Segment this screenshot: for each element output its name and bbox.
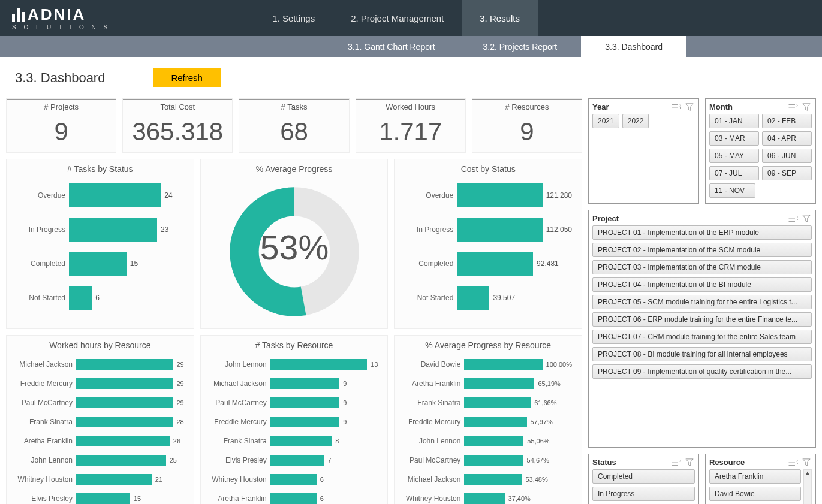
kpi-label: # Resources [472, 99, 582, 114]
filter-icon[interactable] [684, 458, 695, 467]
brand-name: ADNIA [28, 5, 86, 24]
bar-fill [69, 183, 161, 207]
bar-value: 100,00% [546, 361, 572, 368]
nav-results[interactable]: 3. Results [462, 0, 538, 36]
bar-fill [457, 183, 542, 207]
subnav-projects-report[interactable]: 3.2. Projects Report [459, 36, 582, 57]
project-option[interactable]: PROJECT 04 - Implementation of the BI mo… [592, 277, 812, 292]
bar-value: 24 [164, 191, 172, 200]
bar-label: Not Started [16, 294, 69, 302]
month-option[interactable]: 01 - JAN [709, 114, 759, 128]
bar-label: Freddie Mercury [404, 418, 464, 426]
project-option[interactable]: PROJECT 03 - Implementation of the CRM m… [592, 260, 812, 274]
bar-label: Elvis Presley [16, 494, 76, 503]
month-option[interactable]: 05 - MAY [709, 149, 759, 163]
bar-label: In Progress [16, 225, 69, 234]
chart-title: % Average Progress by Resource [399, 340, 577, 350]
bar-value: 26 [173, 437, 180, 445]
kpi-projects: # Projects9 [6, 98, 116, 153]
year-option[interactable]: 2022 [622, 114, 649, 128]
logo-icon [12, 8, 26, 24]
bar-row: Paul McCartney9 [210, 394, 378, 411]
bar-label: Paul McCartney [16, 399, 76, 407]
slicer-title: Project [592, 214, 619, 223]
status-option[interactable]: Completed [592, 469, 695, 484]
bar-row: Michael Jackson29 [16, 356, 184, 372]
bar-value: 29 [176, 399, 183, 406]
sub-bar: 3.1. Gantt Chart Report 3.2. Projects Re… [0, 36, 822, 57]
bar-row: Not Started39.507 [404, 282, 572, 313]
bar-value: 112.050 [546, 225, 572, 234]
bar-row: In Progress23 [16, 214, 184, 245]
month-option[interactable]: 02 - FEB [762, 114, 812, 128]
bar-value: 8 [335, 437, 339, 445]
bar-label: Whitney Houston [404, 494, 464, 503]
status-option[interactable]: In Progress [592, 487, 695, 501]
project-option[interactable]: PROJECT 08 - BI module training for all … [592, 347, 812, 361]
month-option[interactable]: 03 - MAR [709, 131, 759, 146]
filter-icon[interactable] [684, 103, 695, 111]
bar-fill [464, 436, 523, 446]
slicer-project: Project PROJECT 01 - Implementation of t… [588, 210, 816, 448]
filter-icon[interactable] [801, 458, 812, 467]
bar-label: Aretha Franklin [16, 437, 76, 445]
multiselect-icon[interactable] [788, 215, 799, 223]
bar-value: 6 [95, 294, 100, 302]
project-option[interactable]: PROJECT 05 - SCM module training for the… [592, 295, 812, 309]
bar-fill [464, 474, 522, 485]
slicer-month: Month 01 - JAN02 - FEB 03 - MAR04 - APR … [705, 98, 816, 204]
bar-fill [270, 455, 324, 466]
month-option[interactable]: 04 - APR [762, 131, 812, 146]
filter-icon[interactable] [801, 215, 812, 223]
month-option[interactable]: 06 - JUN [762, 149, 812, 163]
bar-row: Michael Jackson9 [210, 375, 378, 391]
bar-label: Paul McCartney [404, 456, 464, 464]
bar-label: Frank Sinatra [210, 437, 270, 445]
month-option[interactable]: 11 - NOV [709, 183, 755, 198]
bar-row: Completed92.481 [404, 248, 572, 279]
month-option[interactable]: 07 - JUL [709, 166, 759, 180]
kpi-value: 9 [472, 114, 582, 152]
chart-title: Worked hours by Resource [11, 340, 189, 350]
bar-row: John Lennon25 [16, 452, 184, 468]
bar-fill [76, 417, 173, 427]
bar-value: 29 [176, 380, 183, 387]
kpi-hours: Worked Hours1.717 [356, 98, 466, 153]
resource-option[interactable]: Aretha Franklin [709, 469, 801, 484]
chart-hours-by-resource: Worked hours by Resource Michael Jackson… [6, 335, 194, 504]
refresh-button[interactable]: Refresh [153, 68, 221, 87]
subnav-gantt[interactable]: 3.1. Gantt Chart Report [324, 36, 459, 57]
nav-project-management[interactable]: 2. Project Management [333, 0, 462, 36]
year-option[interactable]: 2021 [592, 114, 619, 128]
chart-tasks-by-status: # Tasks by Status Overdue24In Progress23… [6, 159, 194, 329]
project-option[interactable]: PROJECT 06 - ERP module training for the… [592, 312, 812, 327]
bar-label: Aretha Franklin [210, 494, 270, 503]
multiselect-icon[interactable] [788, 458, 799, 467]
month-option[interactable]: 09 - SEP [762, 166, 812, 180]
bar-value: 29 [176, 361, 183, 368]
bar-value: 15 [134, 495, 141, 502]
bar-label: Michael Jackson [210, 379, 270, 388]
resource-option[interactable]: David Bowie [709, 487, 801, 501]
bar-row: Freddie Mercury29 [16, 375, 184, 391]
bar-row: Aretha Franklin65,19% [404, 375, 572, 391]
bar-label: Overdue [404, 191, 457, 200]
multiselect-icon[interactable] [671, 103, 682, 111]
bar-value: 53,48% [525, 476, 547, 483]
project-option[interactable]: PROJECT 07 - CRM module training for the… [592, 330, 812, 344]
scrollbar[interactable]: ▲▼ [803, 469, 812, 504]
filter-icon[interactable] [801, 103, 812, 111]
bar-label: Whitney Houston [210, 475, 270, 484]
scroll-up-icon[interactable]: ▲ [805, 470, 811, 476]
multiselect-icon[interactable] [671, 458, 682, 467]
bar-fill [76, 493, 130, 504]
bar-row: Whitney Houston21 [16, 471, 184, 487]
project-option[interactable]: PROJECT 02 - Implementation of the SCM m… [592, 243, 812, 257]
multiselect-icon[interactable] [788, 103, 799, 111]
nav-settings[interactable]: 1. Settings [254, 0, 333, 36]
project-option[interactable]: PROJECT 09 - Implementation of quality c… [592, 364, 812, 379]
kpi-cost: Total Cost365.318 [122, 98, 233, 153]
bar-value: 37,40% [508, 495, 531, 502]
project-option[interactable]: PROJECT 01 - Implementation of the ERP m… [592, 225, 812, 240]
subnav-dashboard[interactable]: 3.3. Dashboard [581, 36, 686, 57]
